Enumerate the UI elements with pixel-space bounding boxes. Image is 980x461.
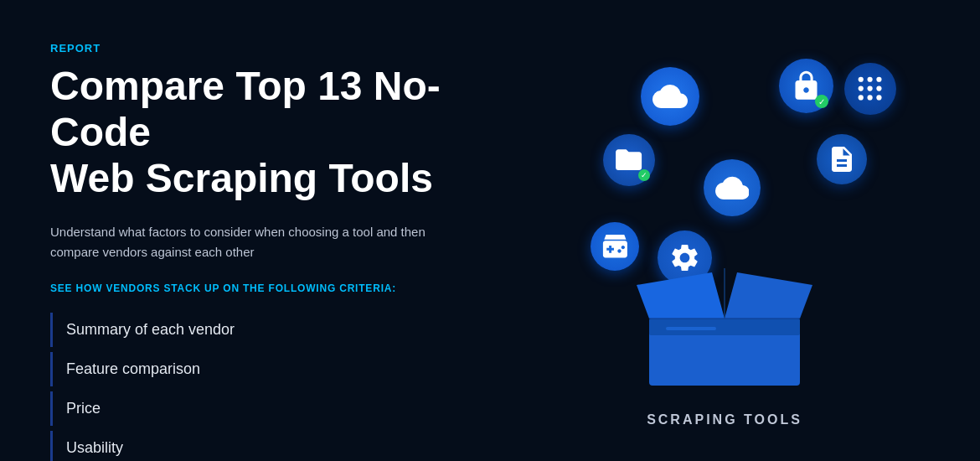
- svg-point-2: [877, 77, 882, 82]
- cloud-icon-2: [704, 159, 761, 216]
- dots-grid-icon: [844, 63, 896, 115]
- criteria-item: Summary of each vendor: [50, 313, 519, 347]
- criteria-item: Feature comparison: [50, 352, 519, 386]
- criteria-item: Price: [50, 391, 519, 426]
- svg-point-5: [877, 86, 882, 91]
- illustration: ✓ ✓: [549, 50, 900, 402]
- svg-rect-15: [666, 327, 716, 330]
- criteria-list: Summary of each vendorFeature comparison…: [50, 313, 519, 461]
- lock-icon: ✓: [779, 59, 833, 113]
- criteria-item: Usability: [50, 431, 519, 461]
- svg-marker-12: [725, 272, 812, 319]
- box-svg: [632, 260, 817, 394]
- svg-point-7: [868, 96, 873, 101]
- svg-point-8: [877, 96, 882, 101]
- document-icon: [817, 134, 867, 184]
- criteria-heading: SEE HOW VENDORS STACK UP ON THE FOLLOWIN…: [50, 281, 519, 296]
- folder-icon: ✓: [603, 134, 655, 186]
- page-title: Compare Top 13 No-Code Web Scraping Tool…: [50, 63, 519, 202]
- svg-point-6: [859, 96, 864, 101]
- svg-point-4: [868, 86, 873, 91]
- svg-marker-11: [637, 272, 725, 319]
- svg-point-3: [859, 86, 864, 91]
- report-label: REPORT: [50, 42, 519, 54]
- svg-point-1: [868, 77, 873, 82]
- right-illustration-panel: ✓ ✓: [519, 34, 930, 427]
- scraping-tools-label: SCRAPING TOOLS: [647, 412, 802, 427]
- cloud-icon-1: [641, 67, 699, 126]
- svg-point-0: [859, 77, 864, 82]
- description-text: Understand what factors to consider when…: [50, 222, 452, 262]
- left-content-panel: REPORT Compare Top 13 No-Code Web Scrapi…: [50, 34, 519, 461]
